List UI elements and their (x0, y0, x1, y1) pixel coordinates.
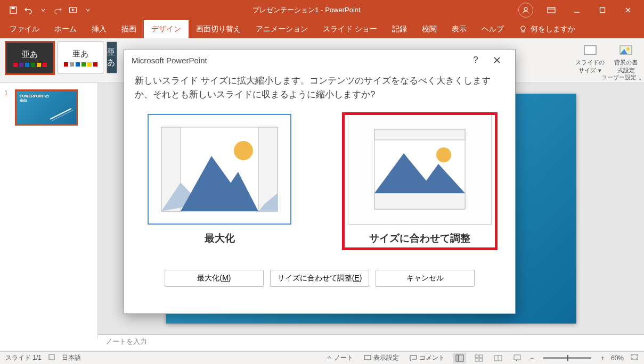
option-maximize: 最大化 (143, 114, 296, 249)
comments-label: コメント (419, 353, 445, 362)
svg-rect-4 (548, 7, 555, 13)
tab-record[interactable]: 記録 (385, 20, 414, 38)
slide-thumb-item[interactable]: 1 POWERPOINTの 余白 (4, 89, 93, 126)
slide-size-dialog: Microsoft PowerPoint ? 新しいスライド サイズに拡大縮小し… (124, 49, 516, 314)
svg-rect-31 (374, 129, 465, 140)
comments-button[interactable]: コメント (407, 353, 447, 362)
theme-thumb[interactable]: 亜あ (107, 42, 117, 73)
collapse-ribbon-icon[interactable]: ˬ (639, 73, 642, 80)
titlebar: プレゼンテーション1 - PowerPoint (0, 0, 644, 20)
svg-rect-32 (374, 193, 465, 209)
tab-insert[interactable]: 挿入 (84, 20, 114, 38)
lightbulb-icon (519, 25, 527, 34)
dialog-titlebar: Microsoft PowerPoint ? (124, 49, 515, 71)
tab-slideshow[interactable]: スライド ショー (315, 20, 385, 38)
language-label[interactable]: 日本語 (62, 353, 81, 362)
dialog-body: 新しいスライド サイズに拡大縮小します。コンテンツのサイズをなるべく大きくします… (124, 74, 515, 290)
theme-thumb-selected[interactable]: 亜あ (5, 42, 54, 75)
format-bg-label: 背景の書 式設定 (614, 59, 638, 75)
status-bar: スライド 1/1 日本語 ≐ ノート 表示設定 コメント − + 60% (0, 351, 644, 364)
tell-me-search[interactable]: 何をしますか (511, 20, 583, 38)
slide-thumb-graphic (47, 106, 74, 122)
maximize-preview-icon (158, 124, 281, 214)
dialog-button-row: 最大化(M) サイズに合わせて調整(E) キャンセル (135, 267, 504, 290)
theme-thumb[interactable]: 亜あ (58, 42, 103, 73)
svg-rect-14 (49, 354, 54, 360)
slide-size-icon (583, 43, 598, 57)
option-ensure-fit-card[interactable] (348, 114, 492, 225)
format-background-button[interactable]: 背景の書 式設定 (613, 40, 639, 77)
slide-thumbnail[interactable]: POWERPOINTの 余白 (15, 89, 78, 126)
redo-icon[interactable] (51, 3, 65, 17)
notes-pane[interactable]: ノートを入力 (98, 334, 644, 349)
svg-rect-17 (459, 355, 463, 361)
ribbon-display-icon[interactable] (540, 2, 563, 18)
svg-line-12 (50, 109, 71, 119)
save-icon[interactable] (6, 3, 20, 17)
normal-view-icon[interactable] (453, 353, 466, 363)
qat-customize-icon[interactable] (81, 3, 95, 17)
tab-view[interactable]: 表示 (444, 20, 474, 38)
slide-thumbnail-panel[interactable]: 1 POWERPOINTの 余白 (0, 83, 98, 338)
start-from-beginning-icon[interactable] (66, 3, 80, 17)
zoom-slider[interactable] (543, 357, 591, 359)
dialog-title: Microsoft PowerPoint (132, 56, 207, 65)
cancel-button[interactable]: キャンセル (376, 270, 475, 287)
display-settings-button[interactable]: 表示設定 (362, 353, 401, 362)
titlebar-controls (518, 2, 644, 18)
zoom-out-icon[interactable]: − (530, 354, 534, 362)
tab-transitions[interactable]: 画面切り替え (189, 20, 248, 38)
svg-point-3 (524, 7, 527, 11)
slide-size-label: スライドの サイズ ▾ (575, 59, 605, 75)
maximize-icon[interactable] (591, 2, 614, 18)
reading-view-icon[interactable] (492, 353, 504, 363)
option-maximize-label: 最大化 (205, 231, 235, 246)
undo-dropdown-icon[interactable] (36, 3, 50, 17)
svg-rect-16 (456, 355, 458, 361)
tab-draw[interactable]: 描画 (114, 20, 144, 38)
minimize-icon[interactable] (565, 2, 589, 18)
tab-help[interactable]: ヘルプ (474, 20, 511, 38)
dialog-close-icon[interactable] (486, 51, 508, 70)
svg-rect-20 (475, 359, 478, 361)
svg-rect-7 (600, 8, 605, 13)
svg-point-11 (626, 47, 630, 51)
slide-sorter-view-icon[interactable] (472, 353, 485, 363)
ribbon-group-label: ユーザー設定 (601, 73, 637, 81)
display-settings-label: 表示設定 (373, 353, 399, 362)
notes-toggle[interactable]: ≐ ノート (324, 353, 355, 362)
option-ensure-fit-label: サイズに合わせて調整 (369, 231, 470, 246)
svg-rect-19 (479, 355, 483, 358)
tab-home[interactable]: ホーム (47, 20, 84, 38)
theme-text: 亜あ (107, 47, 117, 68)
zoom-in-icon[interactable]: + (601, 354, 605, 362)
ribbon-tabs: ファイル ホーム 挿入 描画 デザイン 画面切り替え アニメーション スライド … (0, 20, 644, 38)
maximize-button[interactable]: 最大化(M) (165, 270, 264, 287)
slideshow-view-icon[interactable] (511, 353, 524, 363)
fit-to-window-icon[interactable] (630, 353, 639, 362)
tell-me-label: 何をしますか (531, 24, 575, 34)
svg-rect-1 (12, 7, 15, 9)
dialog-help-icon[interactable]: ? (465, 51, 486, 70)
option-ensure-fit: サイズに合わせて調整 (344, 114, 496, 249)
tab-file[interactable]: ファイル (2, 20, 47, 38)
option-maximize-card[interactable] (148, 114, 291, 225)
slide-counter: スライド 1/1 (5, 353, 42, 362)
tab-review[interactable]: 校閲 (414, 20, 444, 38)
svg-point-8 (521, 26, 525, 30)
tab-animations[interactable]: アニメーション (248, 20, 315, 38)
ensure-fit-button[interactable]: サイズに合わせて調整(E) (270, 270, 369, 287)
account-icon[interactable] (518, 3, 533, 18)
window-title: プレゼンテーション1 - PowerPoint (95, 5, 518, 15)
zoom-percent[interactable]: 60% (611, 354, 624, 362)
tab-design[interactable]: デザイン (144, 20, 189, 38)
slide-size-button[interactable]: スライドの サイズ ▾ (574, 40, 606, 77)
spellcheck-icon[interactable] (48, 353, 55, 362)
ensure-fit-preview-icon (358, 124, 481, 214)
format-bg-icon (618, 43, 633, 57)
dialog-options: 最大化 サイズに合わせて調整 (135, 114, 504, 249)
undo-icon[interactable] (21, 3, 35, 17)
close-icon[interactable] (616, 2, 640, 18)
svg-point-29 (234, 141, 253, 160)
svg-rect-15 (364, 355, 371, 360)
